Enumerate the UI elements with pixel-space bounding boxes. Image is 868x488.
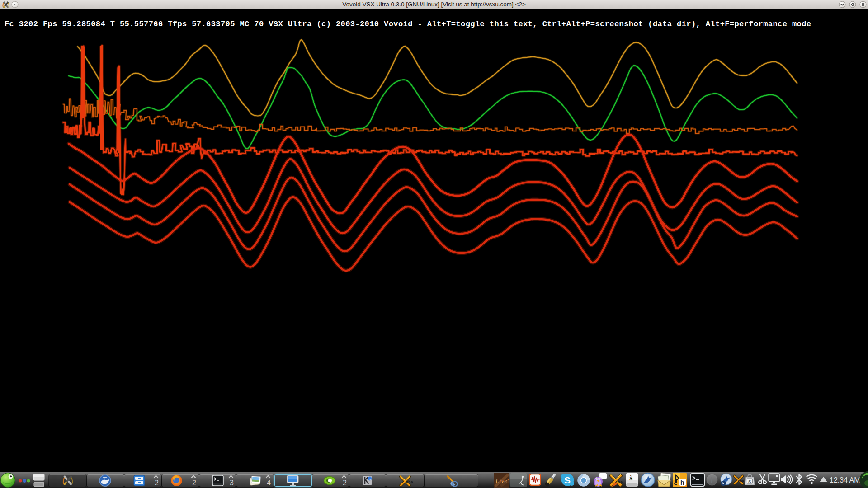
- svg-text:chat: chat: [406, 480, 413, 484]
- svg-text:h: h: [680, 479, 684, 486]
- svg-text:S: S: [564, 475, 571, 485]
- svg-text:chat: chat: [615, 479, 623, 484]
- svg-text:S: S: [748, 479, 751, 484]
- svg-text:i: i: [711, 475, 713, 485]
- svg-text:Live's: Live's: [495, 477, 509, 484]
- svg-text:à: à: [629, 474, 633, 482]
- svg-text:chat: chat: [738, 479, 744, 483]
